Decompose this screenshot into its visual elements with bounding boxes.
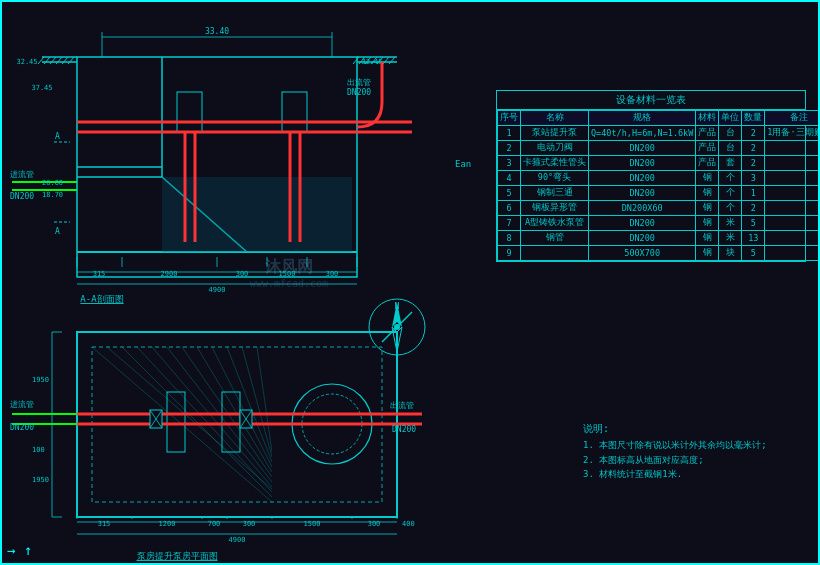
table-cell-3-0: 4 xyxy=(498,171,521,186)
table-cell-8-4: 块 xyxy=(719,246,742,261)
table-cell-5-3: 钢 xyxy=(696,201,719,216)
table-cell-5-2: DN200X60 xyxy=(589,201,696,216)
table-row: 3卡箍式柔性管头DN200产品套2 xyxy=(498,156,821,171)
table-cell-7-1: 钢管 xyxy=(521,231,589,246)
svg-text:1200: 1200 xyxy=(159,520,176,528)
table-cell-7-5: 13 xyxy=(742,231,765,246)
svg-text:1950: 1950 xyxy=(32,476,49,484)
svg-text:300: 300 xyxy=(243,520,256,528)
table-cell-7-2: DN200 xyxy=(589,231,696,246)
svg-text:18.70: 18.70 xyxy=(42,191,63,199)
notes-section: 说明: 1. 本图尺寸除有说以米计外其余均以毫米计; 2. 本图标高从地面对应高… xyxy=(583,422,803,483)
table-row: 6钢板异形管DN200X60钢个2 xyxy=(498,201,821,216)
svg-text:A: A xyxy=(55,227,60,236)
table-cell-5-0: 6 xyxy=(498,201,521,216)
svg-text:1500: 1500 xyxy=(304,520,321,528)
svg-text:300: 300 xyxy=(326,270,339,278)
svg-text:N: N xyxy=(395,302,400,311)
table-row: 9500X700钢块5 xyxy=(498,246,821,261)
table-cell-6-6 xyxy=(765,216,820,231)
notes-item-1: 1. 本图尺寸除有说以米计外其余均以毫米计; xyxy=(583,439,803,452)
table-cell-6-1: A型铸铁水泵管 xyxy=(521,216,589,231)
table-cell-0-3: 产品 xyxy=(696,126,719,141)
svg-text:出流管: 出流管 xyxy=(347,78,371,87)
table-cell-2-6 xyxy=(765,156,820,171)
table-cell-0-6: 1用备·三期购置 xyxy=(765,126,820,141)
table-cell-1-5: 2 xyxy=(742,141,765,156)
svg-text:37.45: 37.45 xyxy=(31,84,52,92)
col-header-num: 序号 xyxy=(498,111,521,126)
table-row: 5钢制三通DN200钢个1 xyxy=(498,186,821,201)
table-cell-0-1: 泵站提升泵 xyxy=(521,126,589,141)
table-cell-1-2: DN200 xyxy=(589,141,696,156)
svg-text:DN200: DN200 xyxy=(347,88,371,97)
notes-item-2: 2. 本图标高从地面对应高度; xyxy=(583,454,803,467)
col-header-unit: 单位 xyxy=(719,111,742,126)
table-cell-3-4: 个 xyxy=(719,171,742,186)
table-cell-4-2: DN200 xyxy=(589,186,696,201)
table-cell-5-1: 钢板异形管 xyxy=(521,201,589,216)
table-cell-4-1: 钢制三通 xyxy=(521,186,589,201)
table-cell-6-4: 米 xyxy=(719,216,742,231)
table-cell-4-5: 1 xyxy=(742,186,765,201)
table-cell-6-3: 钢 xyxy=(696,216,719,231)
svg-text:泵房提升泵房平面图: 泵房提升泵房平面图 xyxy=(137,551,218,561)
svg-text:DN200: DN200 xyxy=(392,425,416,434)
table-cell-8-6 xyxy=(765,246,820,261)
svg-text:400: 400 xyxy=(402,520,415,528)
svg-rect-31 xyxy=(162,177,352,252)
table-cell-4-6 xyxy=(765,186,820,201)
table-cell-1-6 xyxy=(765,141,820,156)
table-cell-7-0: 8 xyxy=(498,231,521,246)
col-header-spec: 规格 xyxy=(589,111,696,126)
table-row: 1泵站提升泵Q=40t/h,H=6m,N=1.6kW产品台21用备·三期购置 xyxy=(498,126,821,141)
table-cell-3-5: 3 xyxy=(742,171,765,186)
svg-text:4900: 4900 xyxy=(229,536,246,544)
table-cell-0-0: 1 xyxy=(498,126,521,141)
svg-text:A-A剖面图: A-A剖面图 xyxy=(80,294,123,304)
svg-text:4900: 4900 xyxy=(209,286,226,294)
svg-text:A: A xyxy=(55,132,60,141)
svg-text:DN200: DN200 xyxy=(10,423,34,432)
table-cell-7-4: 米 xyxy=(719,231,742,246)
table-cell-6-2: DN200 xyxy=(589,216,696,231)
svg-text:33.40: 33.40 xyxy=(205,27,229,36)
table-cell-7-6 xyxy=(765,231,820,246)
table-cell-1-4: 台 xyxy=(719,141,742,156)
table-cell-3-6 xyxy=(765,171,820,186)
table-cell-2-5: 2 xyxy=(742,156,765,171)
svg-text:1500: 1500 xyxy=(279,270,296,278)
table-cell-8-0: 9 xyxy=(498,246,521,261)
table-cell-3-3: 钢 xyxy=(696,171,719,186)
col-header-qty: 数量 xyxy=(742,111,765,126)
table-row: 8钢管DN200钢米13 xyxy=(498,231,821,246)
table-cell-6-0: 7 xyxy=(498,216,521,231)
table-cell-7-3: 钢 xyxy=(696,231,719,246)
col-header-material: 材料 xyxy=(696,111,719,126)
table-cell-4-3: 钢 xyxy=(696,186,719,201)
coordinate-arrows: → ↑ xyxy=(7,542,32,558)
table-cell-8-5: 5 xyxy=(742,246,765,261)
table-cell-0-2: Q=40t/h,H=6m,N=1.6kW xyxy=(589,126,696,141)
materials-table: 设备材料一览表 序号 名称 规格 材料 单位 数量 备注 1泵站提升泵Q=40t… xyxy=(496,90,806,262)
svg-text:700: 700 xyxy=(208,520,221,528)
svg-text:315: 315 xyxy=(98,520,111,528)
svg-text:1950: 1950 xyxy=(32,376,49,384)
table-row: 2电动刀阀DN200产品台2 xyxy=(498,141,821,156)
svg-text:315: 315 xyxy=(93,270,106,278)
notes-item-3: 3. 材料统计至截钢1米. xyxy=(583,468,803,481)
table-title: 设备材料一览表 xyxy=(497,91,805,110)
table-cell-2-4: 套 xyxy=(719,156,742,171)
svg-text:DN200: DN200 xyxy=(10,192,34,201)
table-cell-4-0: 5 xyxy=(498,186,521,201)
svg-text:进流管: 进流管 xyxy=(10,170,34,179)
table-cell-0-5: 2 xyxy=(742,126,765,141)
svg-point-133 xyxy=(394,324,400,330)
svg-text:32.45: 32.45 xyxy=(16,58,37,66)
table-cell-2-3: 产品 xyxy=(696,156,719,171)
svg-text:26.00: 26.00 xyxy=(42,179,63,187)
svg-text:进流管: 进流管 xyxy=(10,400,34,409)
table-cell-1-1: 电动刀阀 xyxy=(521,141,589,156)
table-cell-2-1: 卡箍式柔性管头 xyxy=(521,156,589,171)
table-row: 7A型铸铁水泵管DN200钢米5 xyxy=(498,216,821,231)
